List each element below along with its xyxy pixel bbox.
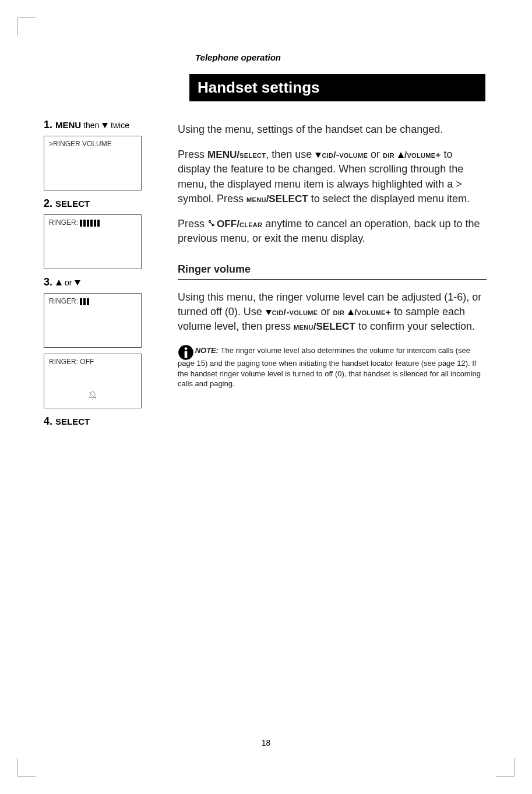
p4-dir: dir (333, 307, 344, 317)
triangle-down-icon (265, 309, 272, 316)
lcd-2-text: RINGER: (49, 218, 80, 227)
lcd-screen-3b: RINGER: OFF (44, 354, 142, 408)
page-title: Handset settings (189, 74, 485, 101)
section-breadcrumb: Telephone operation (195, 52, 487, 62)
triangle-up-icon (55, 279, 62, 286)
crop-mark-br (496, 758, 515, 777)
page-number: 18 (0, 738, 532, 747)
volume-bars-3-icon (80, 298, 89, 305)
step-4-num: 4. (44, 415, 52, 427)
svg-point-9 (185, 347, 188, 350)
step-1-suffix: twice (108, 121, 129, 130)
step-2-num: 2. (44, 197, 52, 209)
paragraph-2: Press MENU/select, then use cid/-volume … (178, 147, 487, 206)
svg-marker-4 (315, 153, 321, 158)
step-1-button: MENU (55, 120, 81, 130)
p2-menu2-sc: menu (246, 194, 266, 204)
crop-mark-tl (17, 17, 36, 36)
p2-vol: /volume+ (404, 150, 441, 160)
paragraph-1: Using the menu, settings of the handset … (178, 122, 487, 137)
svg-marker-5 (398, 152, 404, 158)
info-icon (178, 344, 192, 358)
note-text: The ringer volume level also determines … (178, 347, 481, 389)
paragraph-4: Using this menu, the ringer volume level… (178, 290, 487, 334)
main-content: Using the menu, settings of the handset … (178, 112, 487, 432)
note-block: NOTE: The ringer volume level also deter… (178, 344, 487, 389)
note-label: NOTE: (195, 347, 219, 355)
triangle-up-icon (347, 309, 354, 316)
bell-off-icon (88, 391, 97, 402)
p2-or: or (368, 149, 383, 160)
svg-marker-7 (348, 309, 354, 315)
p2-text-b: , then use (266, 149, 315, 160)
paragraph-3: Press OFF/clear anytime to cancel an ope… (178, 217, 487, 246)
step-3-or: or (62, 278, 74, 287)
lcd-screen-2: RINGER: (44, 214, 142, 269)
svg-marker-1 (56, 280, 62, 285)
triangle-down-icon (315, 151, 322, 158)
step-4-label: 4. SELECT (44, 415, 166, 428)
p4-vol: /volume+ (354, 307, 391, 317)
volume-bars-6-icon (80, 220, 100, 227)
triangle-down-icon (74, 279, 81, 286)
page-content: Telephone operation Handset settings 1. … (44, 52, 487, 432)
step-4-button: SELECT (55, 417, 90, 426)
p4-select: /SELECT (313, 321, 355, 332)
p3-text-a: Press (178, 218, 207, 230)
lcd-screen-3a: RINGER: (44, 293, 142, 348)
lcd-1-text: >RINGER VOLUME (49, 140, 112, 148)
step-3-label: 3. or (44, 276, 166, 288)
p2-cid: cid/-volume (322, 150, 368, 160)
p4-text-c: to confirm your selection. (355, 320, 475, 332)
lcd-3a-text: RINGER: (49, 297, 80, 305)
svg-marker-0 (102, 123, 108, 128)
p2-menu: MENU/ (207, 149, 239, 160)
step-1-label: 1. MENU then twice (44, 119, 166, 131)
handset-icon (207, 220, 217, 228)
step-2-button: SELECT (55, 199, 90, 209)
p3-off: OFF/ (217, 218, 239, 230)
svg-marker-2 (75, 280, 80, 285)
step-2-label: 2. SELECT (44, 197, 166, 210)
svg-rect-10 (185, 351, 188, 358)
subheading-ringer-volume: Ringer volume (178, 262, 487, 279)
p4-or: or (318, 306, 333, 317)
p2-select-sc: select (239, 150, 266, 160)
p3-clear: clear (239, 219, 262, 229)
p2-select2: /SELECT (266, 193, 308, 204)
lcd-3b-text: RINGER: OFF (49, 358, 94, 366)
triangle-up-icon (397, 151, 404, 158)
triangle-down-icon (101, 122, 108, 129)
step-1-then: then (81, 121, 101, 130)
crop-mark-bl (17, 758, 36, 777)
svg-marker-6 (266, 310, 272, 315)
p4-menu-sc: menu (294, 322, 313, 331)
p2-text-d: to select the displayed menu item. (308, 193, 470, 204)
p2-dir: dir (383, 150, 394, 160)
lcd-screen-1: >RINGER VOLUME (44, 136, 142, 190)
p4-cid: cid/-volume (272, 307, 318, 317)
step-1-num: 1. (44, 119, 52, 130)
steps-sidebar: 1. MENU then twice >RINGER VOLUME 2. SEL… (44, 112, 178, 432)
step-3-num: 3. (44, 276, 52, 288)
p2-text-a: Press (178, 149, 207, 160)
